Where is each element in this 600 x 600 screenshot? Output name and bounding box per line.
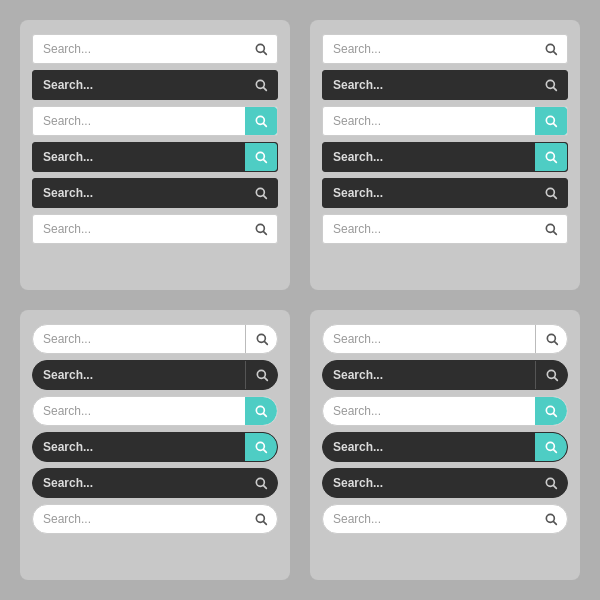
search-bar[interactable]: Search... (32, 214, 278, 244)
svg-line-13 (553, 51, 556, 54)
search-icon-box[interactable] (245, 35, 277, 63)
search-icon-box[interactable] (245, 397, 277, 425)
search-bar[interactable]: Search... (32, 432, 278, 462)
search-placeholder-text: Search... (33, 186, 245, 200)
search-icon-box[interactable] (535, 35, 567, 63)
search-bar[interactable]: Search... (322, 178, 568, 208)
search-bar[interactable]: Search... (32, 106, 278, 136)
search-bar[interactable]: Search... (32, 396, 278, 426)
search-placeholder-text: Search... (33, 150, 245, 164)
svg-line-7 (263, 159, 266, 162)
search-bar[interactable]: Search... (322, 324, 568, 354)
search-placeholder-text: Search... (33, 78, 245, 92)
search-icon-box[interactable] (535, 71, 567, 99)
svg-line-33 (263, 485, 266, 488)
svg-line-31 (263, 449, 266, 452)
search-bar[interactable]: Search... (32, 324, 278, 354)
search-bar[interactable]: Search... (322, 468, 568, 498)
search-bar[interactable]: Search... (32, 70, 278, 100)
quadrant-top-left: Search... Search... Search... Search... … (20, 20, 290, 290)
svg-line-19 (553, 159, 556, 162)
search-icon-box[interactable] (535, 469, 567, 497)
svg-line-3 (263, 87, 266, 90)
search-icon-box[interactable] (245, 505, 277, 533)
search-icon-box[interactable] (245, 433, 277, 461)
svg-line-39 (554, 377, 557, 380)
search-icon-box[interactable] (535, 505, 567, 533)
search-icon-box[interactable] (245, 107, 277, 135)
svg-line-43 (553, 449, 556, 452)
svg-line-5 (263, 123, 266, 126)
search-bar[interactable]: Search... (32, 360, 278, 390)
svg-line-15 (553, 87, 556, 90)
search-bar[interactable]: Search... (322, 70, 568, 100)
main-container: Search... Search... Search... Search... … (0, 0, 600, 600)
search-icon-box[interactable] (245, 143, 277, 171)
svg-line-21 (553, 195, 556, 198)
quadrant-bottom-left: Search... Search... Search... Search... … (20, 310, 290, 580)
svg-line-25 (264, 341, 267, 344)
search-icon-box[interactable] (245, 469, 277, 497)
search-placeholder-text: Search... (33, 114, 245, 128)
search-bar[interactable]: Search... (322, 34, 568, 64)
search-placeholder-text: Search... (323, 404, 535, 418)
quadrant-bottom-right: Search... Search... Search... Search... … (310, 310, 580, 580)
svg-line-23 (553, 231, 556, 234)
svg-line-29 (263, 413, 266, 416)
search-bar[interactable]: Search... (322, 360, 568, 390)
search-placeholder-text: Search... (33, 476, 245, 490)
svg-line-9 (263, 195, 266, 198)
search-icon-box[interactable] (535, 107, 567, 135)
search-icon-box[interactable] (535, 397, 567, 425)
svg-line-47 (553, 521, 556, 524)
svg-line-17 (553, 123, 556, 126)
svg-line-11 (263, 231, 266, 234)
svg-line-1 (263, 51, 266, 54)
quadrant-top-right: Search... Search... Search... Search... … (310, 20, 580, 290)
search-placeholder-text: Search... (33, 404, 245, 418)
search-icon-box[interactable] (535, 179, 567, 207)
search-placeholder-text: Search... (323, 222, 535, 236)
search-bar[interactable]: Search... (32, 34, 278, 64)
svg-line-27 (264, 377, 267, 380)
search-icon-box[interactable] (535, 325, 567, 353)
search-bar[interactable]: Search... (322, 142, 568, 172)
search-bar[interactable]: Search... (322, 106, 568, 136)
search-placeholder-text: Search... (323, 476, 535, 490)
search-placeholder-text: Search... (323, 42, 535, 56)
search-icon-box[interactable] (535, 361, 567, 389)
search-bar[interactable]: Search... (322, 504, 568, 534)
search-icon-box[interactable] (245, 71, 277, 99)
search-placeholder-text: Search... (323, 114, 535, 128)
search-icon-box[interactable] (535, 215, 567, 243)
search-icon-box[interactable] (245, 361, 277, 389)
search-icon-box[interactable] (245, 215, 277, 243)
search-icon-box[interactable] (535, 143, 567, 171)
search-placeholder-text: Search... (323, 332, 535, 346)
search-icon-box[interactable] (535, 433, 567, 461)
search-placeholder-text: Search... (323, 368, 535, 382)
search-bar[interactable]: Search... (322, 214, 568, 244)
svg-line-35 (263, 521, 266, 524)
search-icon-box[interactable] (245, 179, 277, 207)
search-bar[interactable]: Search... (322, 396, 568, 426)
search-placeholder-text: Search... (33, 512, 245, 526)
search-placeholder-text: Search... (323, 150, 535, 164)
search-placeholder-text: Search... (323, 78, 535, 92)
search-placeholder-text: Search... (33, 440, 245, 454)
svg-line-37 (554, 341, 557, 344)
search-placeholder-text: Search... (323, 440, 535, 454)
search-placeholder-text: Search... (33, 222, 245, 236)
search-bar[interactable]: Search... (32, 468, 278, 498)
search-placeholder-text: Search... (33, 332, 245, 346)
search-bar[interactable]: Search... (32, 178, 278, 208)
search-placeholder-text: Search... (33, 42, 245, 56)
search-bar[interactable]: Search... (32, 142, 278, 172)
search-placeholder-text: Search... (323, 186, 535, 200)
search-placeholder-text: Search... (33, 368, 245, 382)
search-icon-box[interactable] (245, 325, 277, 353)
search-placeholder-text: Search... (323, 512, 535, 526)
svg-line-45 (553, 485, 556, 488)
search-bar[interactable]: Search... (32, 504, 278, 534)
search-bar[interactable]: Search... (322, 432, 568, 462)
